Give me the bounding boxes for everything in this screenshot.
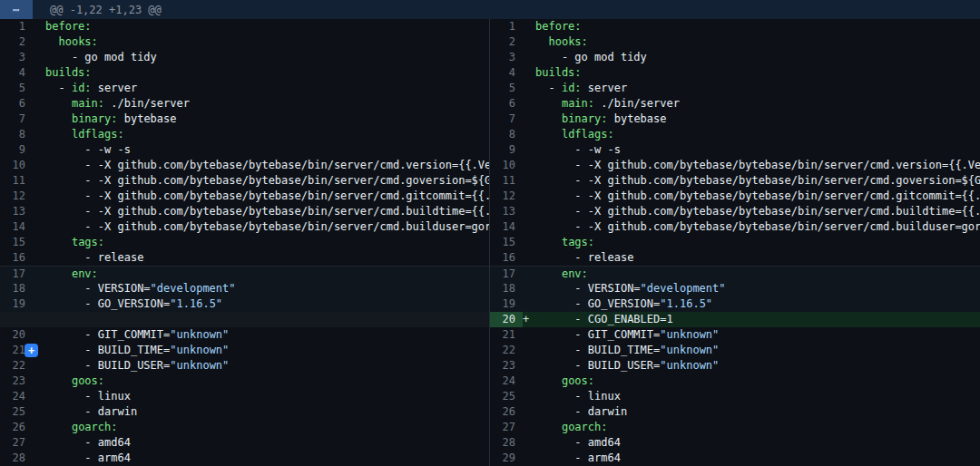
line-number[interactable]: 18 [0, 281, 33, 296]
line-number[interactable]: 22 [490, 343, 523, 358]
line-number[interactable]: 28 [490, 435, 523, 451]
line-number[interactable]: 15 [490, 235, 523, 250]
code-row: 2 hooks: [0, 34, 489, 50]
diff-marker [33, 50, 45, 65]
yaml-key: tags: [72, 236, 104, 248]
code-row: 1before: [0, 19, 489, 34]
line-number[interactable]: 1 [490, 19, 523, 34]
yaml-text [535, 97, 562, 110]
line-number[interactable]: 27 [490, 420, 523, 435]
line-number[interactable]: 2 [490, 34, 523, 50]
line-number[interactable]: 20 [0, 327, 33, 343]
line-number[interactable]: 29 [490, 451, 523, 466]
line-number[interactable]: 6 [490, 96, 523, 112]
line-number[interactable]: 6 [0, 96, 33, 112]
yaml-text: - -X github.com/bytebase/bytebase/bin/se… [535, 205, 980, 218]
line-number[interactable]: 19 [490, 296, 523, 312]
line-number[interactable]: 13 [0, 204, 33, 219]
line-number[interactable]: 23 [490, 358, 523, 374]
code-row: 22 - BUILD_USER="unknown" [0, 358, 489, 374]
line-number[interactable]: 13 [490, 204, 523, 219]
yaml-text: - BUILD_TIME= [45, 344, 170, 356]
code-row: 17 env: [0, 266, 489, 281]
line-number[interactable]: 9 [0, 142, 33, 158]
line-number[interactable]: 26 [0, 420, 33, 435]
line-number[interactable]: 21 [490, 327, 523, 343]
diff-marker [523, 250, 535, 266]
line-number[interactable]: 17 [490, 267, 523, 281]
yaml-key: id: [72, 82, 92, 94]
line-number[interactable]: 20 [490, 312, 523, 327]
line-number[interactable]: 5 [490, 81, 523, 96]
line-number[interactable]: 11 [490, 173, 523, 189]
line-number[interactable]: 25 [0, 404, 33, 420]
yaml-string: "development" [641, 282, 726, 295]
diff-marker [523, 296, 535, 312]
line-number[interactable]: 7 [0, 112, 33, 127]
line-number[interactable]: 14 [0, 219, 33, 235]
yaml-text [535, 128, 562, 141]
line-number[interactable]: 8 [490, 127, 523, 142]
line-number[interactable]: 28 [0, 451, 33, 466]
yaml-string: "unknown" [170, 359, 229, 372]
line-number[interactable]: 11 [0, 173, 33, 189]
line-number[interactable]: 22 [0, 358, 33, 374]
yaml-text: - arm64 [535, 451, 621, 464]
yaml-key: hooks: [58, 35, 97, 48]
yaml-text: - GIT_COMMIT= [535, 328, 660, 341]
yaml-text: - [535, 82, 562, 94]
line-number[interactable]: 1 [0, 19, 33, 34]
line-number[interactable]: 24 [0, 389, 33, 404]
line-number[interactable]: 18 [490, 281, 523, 296]
line-number[interactable]: 27 [0, 435, 33, 451]
code-row: 21 - GIT_COMMIT="unknown" [490, 327, 980, 343]
add-comment-button[interactable]: + [24, 344, 38, 357]
line-number[interactable]: 16 [490, 250, 523, 266]
code-line: - go mod tidy [45, 50, 489, 65]
line-number[interactable]: 2 [0, 34, 33, 50]
line-number[interactable]: 4 [490, 65, 523, 81]
line-number[interactable]: 12 [0, 189, 33, 204]
yaml-text [535, 267, 562, 280]
line-number[interactable]: 12 [490, 189, 523, 204]
diff-marker [523, 173, 535, 189]
line-number[interactable]: 17 [0, 267, 33, 281]
line-number[interactable]: 10 [490, 158, 523, 173]
yaml-key: main: [562, 97, 594, 110]
line-number[interactable]: 5 [0, 81, 33, 96]
code-row: 12 - -X github.com/bytebase/bytebase/bin… [0, 189, 489, 204]
line-number[interactable]: 16 [0, 250, 33, 266]
line-number[interactable]: 4 [0, 65, 33, 81]
code-line: before: [535, 19, 980, 34]
yaml-string: "unknown" [170, 328, 229, 341]
line-number[interactable]: 10 [0, 158, 33, 173]
code-line: - arm64 [535, 451, 980, 466]
line-number[interactable]: 3 [490, 50, 523, 65]
line-number[interactable]: 9 [490, 142, 523, 158]
diff-marker [523, 389, 535, 404]
line-number[interactable]: 23 [0, 374, 33, 389]
line-number[interactable]: 26 [490, 404, 523, 420]
code-line: - -X github.com/bytebase/bytebase/bin/se… [535, 204, 980, 219]
code-line: - release [45, 250, 489, 266]
yaml-text: - GO_VERSION= [535, 297, 660, 310]
yaml-key: goos: [562, 374, 594, 387]
code-row: 11 - -X github.com/bytebase/bytebase/bin… [490, 173, 980, 189]
yaml-string: "1.16.5" [660, 297, 712, 310]
code-row: 3 - go mod tidy [0, 50, 489, 65]
line-number[interactable]: 19 [0, 296, 33, 312]
code-line: - amd64 [535, 435, 980, 451]
diff-marker [523, 50, 535, 65]
code-row: 14 - -X github.com/bytebase/bytebase/bin… [490, 219, 980, 235]
line-number[interactable]: 15 [0, 235, 33, 250]
line-number[interactable]: 25 [490, 389, 523, 404]
line-number[interactable]: 8 [0, 127, 33, 142]
line-number[interactable]: 3 [0, 50, 33, 65]
line-number[interactable]: 14 [490, 219, 523, 235]
expand-hunk-button[interactable]: ⋯ [0, 0, 33, 19]
line-number[interactable]: 7 [490, 112, 523, 127]
code-line: - VERSION="development" [45, 281, 489, 296]
code-row: 7 binary: bytebase [0, 112, 489, 127]
line-number[interactable]: 24 [490, 374, 523, 389]
code-line: - -X github.com/bytebase/bytebase/bin/se… [535, 189, 980, 204]
